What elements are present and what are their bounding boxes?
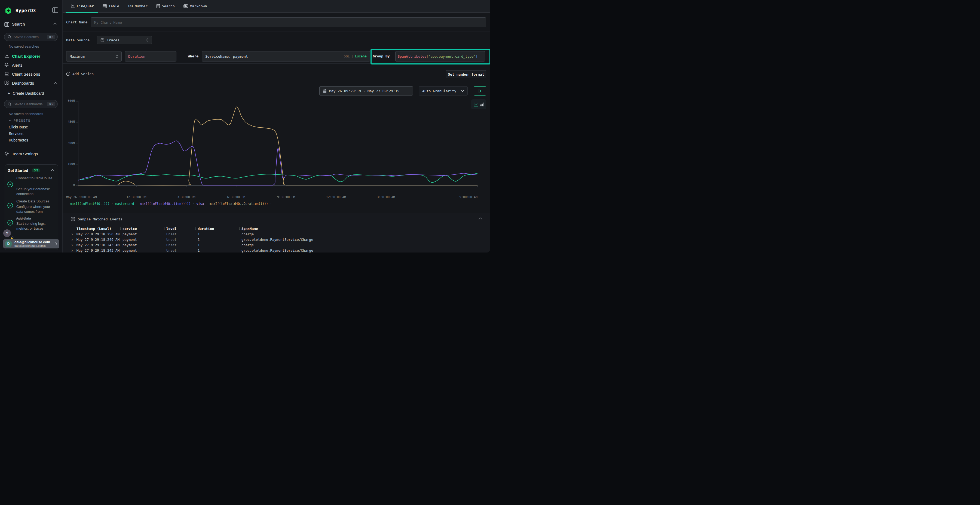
plus-circle-icon [66,72,70,76]
column-resize-handle[interactable]: ⋮ [238,227,241,230]
table-cell: Unset [166,248,177,252]
add-series-button[interactable]: Add Series [66,72,94,76]
column-resize-handle[interactable]: ⋮ [163,227,166,230]
tab-number[interactable]: 123 Number [128,0,148,12]
gs-item-title[interactable]: Create Data Sources [16,199,57,204]
x-tick-label: 12:30:00 PM [127,195,146,199]
sidebar-item-alerts[interactable]: Alerts [0,62,63,70]
chevron-right-icon [55,242,57,245]
bar-chart-toggle-icon[interactable] [480,102,484,106]
tab-search[interactable]: Search [156,0,175,12]
calendar-icon [323,89,327,93]
dashboards-collapse-chevron-icon[interactable] [54,82,57,84]
column-resize-handle[interactable]: ⋮ [194,227,197,230]
row-expand-chevron-icon[interactable]: ❯ [71,233,73,236]
row-expand-chevron-icon[interactable]: ❯ [71,249,73,252]
column-resize-handle[interactable]: ⋮ [119,227,122,230]
column-header[interactable]: level [166,227,177,231]
legend-token: maxIf(toFloat64O..Duration))))) [210,202,268,206]
row-expand-chevron-icon[interactable]: ❯ [71,243,73,246]
run-query-button[interactable] [474,86,486,95]
gs-item-title[interactable]: Connect to ClickHouse [16,176,57,181]
chart-explorer-icon [4,54,9,58]
aggregation-value: Maximum [70,54,85,59]
data-source-select[interactable]: Traces [97,36,152,44]
select-chevrons-icon [116,54,118,58]
preset-services[interactable]: Services [9,132,24,136]
set-number-format-button[interactable]: Set number format [446,70,486,78]
create-dashboard-button[interactable]: + Create Dashboard [8,91,44,95]
tab-table[interactable]: Table [103,0,119,12]
sidebar-item-team-settings[interactable]: Team Settings [0,151,63,159]
user-menu[interactable]: D dale@clickhouse.com dale@clickhouse.co… [3,239,59,248]
column-header[interactable]: duration [197,227,214,231]
legend-token: mastercard [115,202,134,206]
chart-name-label: Chart Name [66,20,88,24]
shortcut-badge: ⌘K [47,102,55,106]
play-icon [479,89,482,93]
table-icon [103,4,107,8]
column-header[interactable]: SpanName [242,227,258,231]
date-range-picker[interactable]: May 26 09:29:19 - May 27 09:29:19 [319,86,413,95]
row-expand-chevron-icon[interactable]: ❯ [71,238,73,241]
y-tick-label: 0 [64,183,75,187]
column-header[interactable]: service [123,227,137,231]
field-input[interactable]: Duration [125,51,177,62]
get-started-collapse-chevron-icon[interactable] [51,169,54,171]
collapse-sidebar-icon[interactable] [52,7,58,13]
legend-token: maxIf(toFloat64O..))) [70,202,110,206]
gs-item-title[interactable]: Add Data [16,216,57,221]
chart-explorer-label: Chart Explorer [12,54,40,59]
x-tick-label: 9:00:00 AM [460,195,477,199]
tab-markdown[interactable]: Markdown [183,0,207,12]
timeseries-chart[interactable] [76,100,477,188]
user-email: dale@clickhouse.com [14,240,55,244]
table-cell: payment [123,238,137,241]
sidebar-item-chart-explorer[interactable]: Chart Explorer [0,53,63,61]
preset-clickhouse[interactable]: ClickHouse [9,125,28,129]
x-tick-label: 12:30:00 AM [326,195,346,199]
app-root: HyperDX Search Saved Searches ⌘K No save… [0,0,490,252]
sidebar: HyperDX Search Saved Searches ⌘K No save… [0,0,63,252]
x-tick-label: May 26 9:00:00 AM [66,195,97,199]
saved-searches-placeholder: Saved Searches [14,35,47,39]
x-tick-label: 6:30:00 PM [227,195,245,199]
table-cell: May 27 9:29:18.250 AM [76,232,119,236]
help-button[interactable]: ? [3,229,11,237]
events-collapse-chevron-icon[interactable] [479,218,482,220]
tab-line-bar[interactable]: Line/Bar [71,0,94,12]
sidebar-item-dashboards[interactable]: Dashboards [0,80,63,88]
table-cell: payment [123,243,137,247]
saved-dashboards-input[interactable]: Saved Dashboards ⌘K [4,100,58,108]
aggregation-select[interactable]: Maximum [66,51,122,62]
sql-toggle[interactable]: SQL [344,54,350,58]
presets-group[interactable]: PRESETS [9,119,30,122]
table-row[interactable]: ❯May 27 9:29:18.250 AMpaymentUnset1charg… [63,232,490,237]
no-saved-dashboards-text: No saved dashboards [9,112,43,116]
table-row[interactable]: ❯May 27 9:29:18.249 AMpaymentUnset3grpc.… [63,238,490,243]
preset-kubernetes[interactable]: Kubernetes [9,138,28,142]
table-cell: Unset [166,232,177,236]
y-tick-label: 150M [64,162,75,166]
table-row[interactable]: ❯May 27 9:29:18.243 AMpaymentUnset1charg… [63,243,490,248]
chart-name-input[interactable]: My Chart Name [91,17,486,27]
table-cell: 1 [197,243,200,247]
table-row[interactable]: ❯May 27 9:29:18.243 AMpaymentUnset1grpc.… [63,248,490,252]
sidebar-item-client-sessions[interactable]: Client Sessions [0,71,63,79]
tab-label: Search [162,4,175,8]
lucene-toggle[interactable]: Lucene [355,54,367,58]
tab-label: Line/Bar [77,4,94,8]
table-cell: payment [123,248,137,252]
legend-token: visa [196,202,204,206]
group-by-input[interactable]: SpanAttributes['app.payment.card_type'] [395,51,485,62]
column-header[interactable]: Timestamp (Local) [76,227,111,231]
no-saved-searches-text: No saved searches [9,44,39,48]
legend-token: · [192,202,194,206]
where-input[interactable]: ServiceName: payment SQL|Lucene [202,51,370,62]
query-language-toggle[interactable]: SQL|Lucene [344,54,367,58]
saved-searches-input[interactable]: Saved Searches ⌘K [4,33,58,41]
granularity-select[interactable]: Auto Granularity [419,86,468,95]
chart-type-tabs: Line/Bar Table 123 Number Search [63,0,490,13]
search-collapse-chevron-icon[interactable] [53,23,57,25]
sidebar-section-search[interactable]: Search [12,22,25,26]
